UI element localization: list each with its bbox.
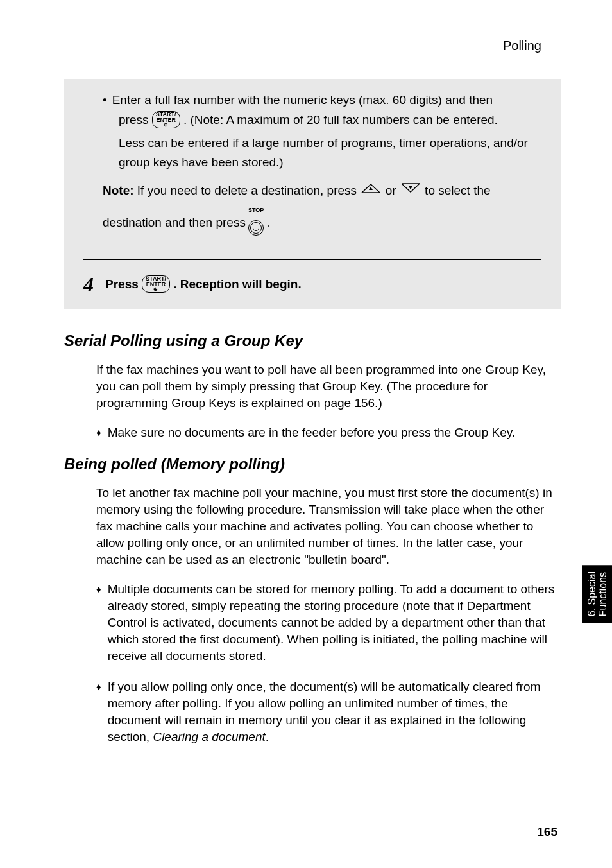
- header-section-title: Polling: [64, 39, 561, 53]
- down-arrow-icon: [400, 181, 421, 200]
- italic-text: Clearing a document: [153, 730, 265, 743]
- section-heading-being-polled: Being polled (Memory polling): [64, 455, 561, 473]
- body-paragraph: If the fax machines you want to poll hav…: [96, 361, 561, 412]
- page-number: 165: [537, 825, 557, 839]
- diamond-bullet-row: ♦ If you allow polling only once, the do…: [96, 679, 561, 745]
- note-text-2: or: [386, 184, 400, 197]
- start-enter-button-icon: START/ENTER⊕: [142, 275, 170, 293]
- diamond-bullet-row: ♦ Make sure no documents are in the feed…: [96, 424, 561, 441]
- start-enter-button-icon: START/ENTER⊕: [152, 111, 180, 128]
- note-text-1: If you need to delete a destination, pre…: [137, 184, 361, 197]
- step-number: 4: [83, 273, 94, 297]
- bullet-text-line1: Enter a full fax number with the numeric…: [112, 92, 493, 108]
- diamond-text: If you allow polling only once, the docu…: [108, 679, 561, 745]
- section-heading-serial-polling: Serial Polling using a Group Key: [64, 332, 561, 350]
- diamond-icon: ♦: [96, 681, 101, 692]
- note-label: Note:: [103, 184, 134, 197]
- note-text-3: to select the: [425, 184, 490, 197]
- diamond-icon: ♦: [96, 427, 101, 438]
- diamond-icon: ♦: [96, 584, 101, 595]
- divider: [83, 259, 541, 260]
- up-arrow-icon: [360, 181, 382, 200]
- side-tab-line2: Functions: [597, 571, 608, 616]
- step-4-row: 4 Press START/ENTER⊕ . Reception will be…: [83, 273, 541, 297]
- text-fragment: .: [266, 730, 269, 743]
- bullet-dot: •: [103, 92, 107, 108]
- side-tab-line1: 6. Special: [586, 571, 597, 616]
- text-fragment: . Reception will begin.: [173, 277, 302, 291]
- diamond-text: Multiple documents can be stored for mem…: [108, 581, 561, 664]
- note-line-2: destination and then press STOP .: [103, 202, 541, 243]
- stop-button-icon: STOP: [248, 200, 264, 241]
- bullet-continuation: press START/ENTER⊕ . (Note: A maximum of…: [119, 110, 541, 130]
- instruction-box: • Enter a full fax number with the numer…: [64, 79, 561, 309]
- text-fragment: destination and then press: [103, 213, 246, 232]
- bullet-item: • Enter a full fax number with the numer…: [103, 92, 541, 108]
- side-tab: 6. Special Functions: [582, 565, 612, 623]
- body-paragraph: To let another fax machine poll your mac…: [96, 485, 561, 568]
- stop-label: STOP: [248, 200, 264, 220]
- text-fragment: press: [119, 113, 152, 126]
- diamond-text: Make sure no documents are in the feeder…: [108, 424, 515, 441]
- diamond-bullet-row: ♦ Multiple documents can be stored for m…: [96, 581, 561, 664]
- note-row: Note: If you need to delete a destinatio…: [103, 181, 541, 201]
- bullet-continuation-2: Less can be entered if a large number of…: [119, 134, 541, 172]
- step-text: Press START/ENTER⊕ . Reception will begi…: [105, 276, 302, 293]
- text-fragment: Press: [105, 277, 142, 291]
- text-fragment: .: [266, 213, 269, 232]
- text-fragment: . (Note: A maximum of 20 full fax number…: [183, 113, 498, 126]
